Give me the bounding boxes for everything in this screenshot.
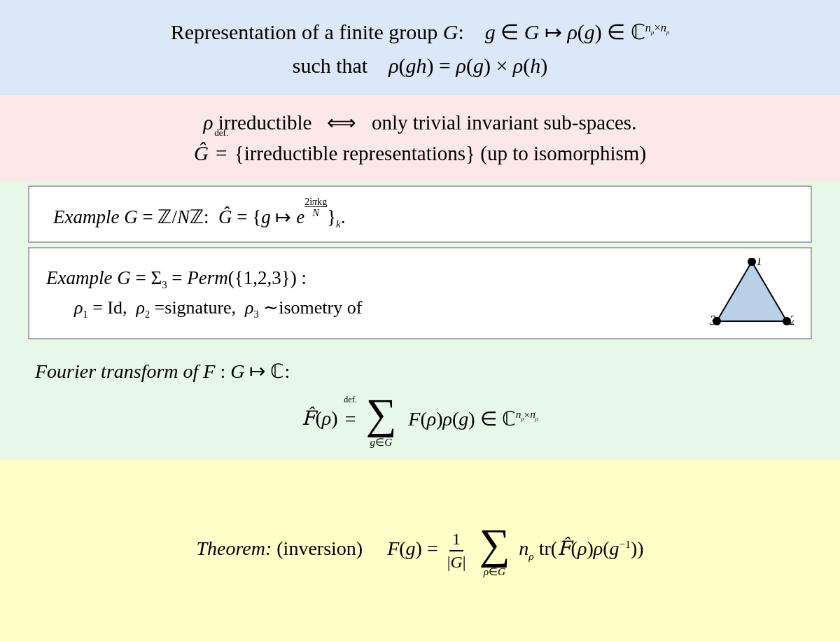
fourier-sigma: ∑ g∈G: [365, 393, 396, 449]
theorem-formula: F: [387, 537, 399, 559]
svg-marker-0: [717, 262, 787, 321]
green-section: Example G = ℤ/Nℤ: Ĝ = {g ↦ e2iπkgN}k. Ex…: [0, 181, 840, 344]
pink-line2: Ĝ def. = {irreductible representations} …: [28, 139, 812, 169]
triangle-diagram: 1 2 3: [710, 258, 794, 328]
theorem-fraction: 1 |G|: [444, 529, 469, 572]
svg-text:3: 3: [710, 314, 716, 327]
blue-line2: such that ρ(gh) = ρ(g) × ρ(h): [28, 49, 812, 83]
blue-section: Representation of a finite group G: g ∈ …: [0, 0, 840, 95]
blue-line1: Representation of a finite group G: g ∈ …: [28, 15, 812, 49]
example2-box: Example G = Σ3 = Perm({1,2,3}) : ρ1 = Id…: [28, 247, 812, 339]
svg-text:1: 1: [756, 258, 762, 268]
theorem-sigma: ∑ ρ∈Ĝ: [479, 523, 510, 579]
pink-section: ρ irreductible ⟺ only trivial invariant …: [0, 95, 840, 181]
theorem-label: Theorem:: [196, 537, 272, 559]
example1-box: Example G = ℤ/Nℤ: Ĝ = {g ↦ e2iπkgN}k.: [28, 185, 812, 243]
svg-point-4: [748, 258, 756, 266]
fourier-section: Fourier transform of F : G ↦ ℂ: F̂(ρ) de…: [0, 344, 840, 460]
svg-text:2: 2: [790, 314, 794, 327]
pink-line1: ρ irreductible ⟺ only trivial invariant …: [28, 108, 812, 139]
theorem-section: Theorem: (inversion) F(g) = 1 |G| ∑ ρ∈Ĝ …: [0, 460, 840, 641]
